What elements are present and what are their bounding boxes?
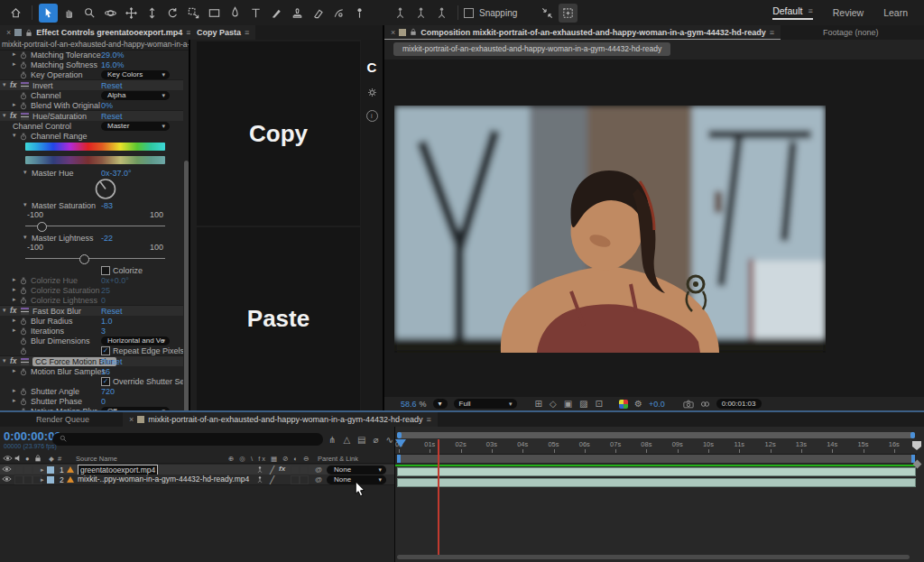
quality-switch[interactable]: ╱ <box>270 475 274 484</box>
type-tool-icon[interactable] <box>246 4 265 23</box>
snapping-toggle[interactable]: Snapping <box>464 8 517 18</box>
layer-bar-1[interactable] <box>397 467 916 476</box>
mask-path-visibility-icon[interactable]: ◇ <box>550 399 557 409</box>
reset-link[interactable]: Reset <box>101 307 123 316</box>
clone-stamp-tool-icon[interactable] <box>288 4 307 23</box>
effect-row-master-saturation[interactable]: ▾Master Saturation-83 <box>0 200 183 210</box>
stopwatch-icon[interactable] <box>20 388 27 396</box>
zoom-dropdown[interactable]: ▾ <box>433 399 448 409</box>
copy-pasta-tab[interactable]: Copy Pasta ≡ <box>190 25 255 40</box>
reset-link[interactable]: Reset <box>101 81 123 90</box>
effect-row-shutter-angle[interactable]: ▸Shutter Angle720 <box>0 386 183 396</box>
reset-link[interactable]: Reset <box>101 112 123 121</box>
snapshot-camera-icon[interactable] <box>683 400 694 409</box>
stopwatch-icon[interactable] <box>20 398 27 406</box>
gear-icon[interactable] <box>367 88 377 97</box>
timeline-hscrollbar[interactable] <box>397 555 910 559</box>
draft-3d-icon[interactable]: △ <box>343 435 350 445</box>
workspace-menu-icon[interactable]: ≡ <box>808 6 812 15</box>
rotation-tool-icon[interactable] <box>163 4 182 23</box>
layer-bar-2[interactable] <box>397 478 916 487</box>
label-color[interactable] <box>47 476 54 484</box>
pan-behind-tool-icon[interactable] <box>184 4 203 23</box>
checkbox[interactable] <box>101 266 110 275</box>
navigator-start-handle[interactable] <box>397 432 402 438</box>
close-icon[interactable]: × <box>391 28 395 37</box>
effect-row-repeat-edge-pixels[interactable]: ✓Repeat Edge Pixels <box>0 345 183 355</box>
effect-row-colorize[interactable]: Colorize <box>0 265 183 275</box>
eraser-tool-icon[interactable] <box>309 4 328 23</box>
stopwatch-icon[interactable] <box>20 337 27 345</box>
shrink-panes-icon[interactable] <box>538 4 557 23</box>
effect-row-colorize-saturation[interactable]: ▸Colorize Saturation25 <box>0 285 183 295</box>
workspace-learn[interactable]: Learn <box>883 7 908 18</box>
motion-blur-icon[interactable]: ⌀ <box>374 435 379 445</box>
show-snapshot-icon[interactable] <box>700 400 710 409</box>
quality-switch[interactable]: ╱ <box>270 465 274 474</box>
view-axis-mode-icon[interactable] <box>432 4 451 23</box>
navigator-end-handle[interactable] <box>910 432 915 438</box>
grab-handles-icon[interactable] <box>559 4 578 23</box>
roto-brush-tool-icon[interactable] <box>329 4 348 23</box>
effect-row-colorize-hue[interactable]: ▸Colorize Hue0x+0.0° <box>0 275 183 285</box>
shy-switch-icon[interactable] <box>256 465 263 474</box>
local-axis-mode-icon[interactable] <box>391 4 410 23</box>
home-tool-icon[interactable] <box>6 4 25 23</box>
twirl-icon[interactable]: ▸ <box>41 466 44 474</box>
dropdown[interactable]: Alpha <box>101 91 170 100</box>
copy-button[interactable]: Copy <box>197 41 360 226</box>
stopwatch-icon[interactable] <box>20 61 27 69</box>
stopwatch-icon[interactable] <box>20 368 27 376</box>
effect-row-blur-dimensions[interactable]: Blur DimensionsHorizontal and Ve <box>0 336 183 345</box>
dropdown[interactable]: Key Colors <box>101 70 170 79</box>
panel-menu-icon[interactable]: ≡ <box>426 415 430 424</box>
effect-row-colorize-lightness[interactable]: ▸Colorize Lightness0 <box>0 295 183 305</box>
pen-tool-icon[interactable] <box>226 4 245 23</box>
dropdown[interactable]: Horizontal and Ve <box>101 336 170 345</box>
stopwatch-icon[interactable] <box>20 71 27 79</box>
hue-dial[interactable] <box>0 178 183 200</box>
close-icon[interactable]: × <box>129 415 134 424</box>
playhead-handle[interactable] <box>395 439 406 447</box>
pan-camera-tool-icon[interactable] <box>122 4 141 23</box>
value-slider[interactable] <box>0 220 183 233</box>
workspace-review[interactable]: Review <box>833 7 864 18</box>
effects-scrollbar[interactable] <box>184 161 189 431</box>
effect-row-hue-saturation[interactable]: ▾fxHue/SaturationReset <box>0 110 183 121</box>
timeline-comp-tab[interactable]: × mixkit-portrait-of-an-exhausted-and-ha… <box>123 412 438 427</box>
selection-tool-icon[interactable] <box>39 4 58 23</box>
switch-cell[interactable] <box>291 465 300 474</box>
puppet-pin-tool-icon[interactable] <box>350 4 369 23</box>
frame-blending-icon[interactable]: ▤ <box>357 435 365 445</box>
brush-tool-icon[interactable] <box>267 4 286 23</box>
effect-row-cc-force-motion-blur[interactable]: ▾fxCC Force Motion BlurReset <box>0 355 183 366</box>
dropdown[interactable]: Master <box>101 122 170 131</box>
time-ruler[interactable]: 0s01s02s03s04s05s06s07s08s09s10s11s12s13… <box>395 439 917 455</box>
layer-row-2[interactable]: ▸2mixkit-..ppy-woman-in-a-gym-44432-hd-r… <box>0 474 394 485</box>
zoom-tool-icon[interactable] <box>80 4 99 23</box>
search-input[interactable] <box>52 433 323 446</box>
panel-menu-icon[interactable]: ≡ <box>245 28 249 37</box>
checkbox[interactable]: ✓ <box>101 377 110 386</box>
solo-toggle[interactable] <box>23 475 32 484</box>
composition-mini-flowchart-icon[interactable]: ⋔ <box>328 435 336 445</box>
dolly-camera-tool-icon[interactable] <box>143 4 162 23</box>
effect-row-blur-radius[interactable]: ▸Blur Radius1.0 <box>0 316 183 326</box>
effect-row-invert[interactable]: ▾fxInvertReset <box>0 79 183 90</box>
exposure-gear-icon[interactable]: ⚙ <box>634 399 642 409</box>
stopwatch-icon[interactable] <box>20 102 27 110</box>
snapping-checkbox[interactable] <box>464 8 474 18</box>
graph-editor-icon[interactable]: ∿ <box>386 435 393 445</box>
pickwhip-icon[interactable]: @ <box>315 465 322 474</box>
stopwatch-icon[interactable] <box>20 51 27 60</box>
hand-tool-icon[interactable] <box>60 4 79 23</box>
breadcrumb[interactable]: mixkit-portrait-of-an-exhausted-and-happ… <box>393 42 670 56</box>
source-name-column[interactable]: Source Name <box>76 455 117 463</box>
slider-thumb[interactable] <box>37 222 47 232</box>
effect-row-channel-control[interactable]: Channel ControlMaster <box>0 121 183 131</box>
time-navigator[interactable] <box>397 432 915 438</box>
panel-menu-icon[interactable]: ≡ <box>770 28 774 37</box>
twirl-icon[interactable]: ▸ <box>41 476 44 484</box>
fx-switch[interactable]: fx <box>279 465 285 473</box>
checkbox[interactable]: ✓ <box>101 346 110 355</box>
